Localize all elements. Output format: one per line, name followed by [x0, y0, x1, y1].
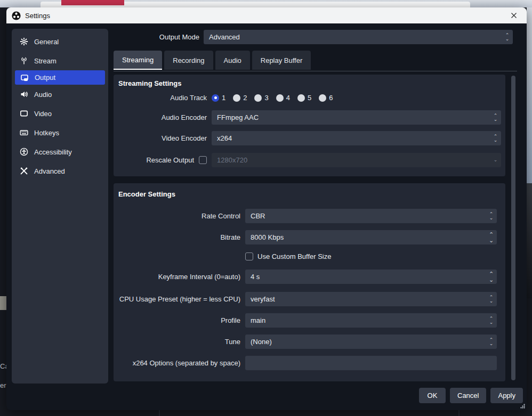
speaker-icon — [20, 90, 28, 99]
rescale-output-checkbox[interactable] — [199, 156, 207, 164]
antenna-icon — [20, 56, 28, 65]
radio-icon[interactable] — [319, 94, 326, 102]
settings-dialog: Settings General — [6, 7, 527, 410]
audio-track-option-5[interactable]: 5 — [297, 94, 311, 102]
radio-label: 6 — [329, 94, 333, 102]
keyframe-interval-label: Keyframe Interval (0=auto) — [114, 273, 245, 281]
accessibility-icon — [20, 148, 28, 156]
audio-encoder-select[interactable]: FFmpeg AAC ⌃⌄ — [212, 110, 501, 125]
gear-icon — [20, 37, 28, 46]
monitor-icon — [20, 109, 28, 118]
rate-control-select[interactable]: CBR ⌃⌄ — [245, 209, 497, 223]
sidebar-item-advanced[interactable]: Advanced — [15, 161, 105, 181]
sidebar-item-general[interactable]: General — [15, 32, 105, 51]
profile-select[interactable]: main ⌃⌄ — [245, 313, 497, 328]
rescale-resolution-select[interactable]: 1280x720 ⌄ — [212, 153, 501, 167]
tab-replay-buffer[interactable]: Replay Buffer — [252, 51, 311, 70]
profile-label: Profile — [114, 316, 245, 324]
content-scrollbar[interactable] — [510, 75, 517, 381]
x264-options-input[interactable] — [245, 356, 497, 370]
desktop-backdrop-right-sky — [527, 7, 532, 183]
encoder-settings-section: Encoder Settings Rate Control CBR ⌃⌄ Bit… — [114, 183, 505, 381]
tab-audio[interactable]: Audio — [215, 51, 250, 70]
sidebar-item-label: Stream — [34, 57, 57, 65]
chevron-up-down-icon: ⌃⌄ — [486, 209, 497, 223]
ok-button[interactable]: OK — [419, 388, 446, 403]
audio-track-option-6[interactable]: 6 — [319, 94, 333, 102]
chevron-up-down-icon: ⌃⌄ — [502, 30, 513, 44]
cpu-preset-row: CPU Usage Preset (higher = less CPU) ver… — [114, 292, 497, 306]
video-encoder-select[interactable]: x264 ⌃⌄ — [212, 131, 501, 145]
audio-track-option-4[interactable]: 4 — [276, 94, 290, 102]
audio-track-option-2[interactable]: 2 — [233, 94, 247, 102]
cancel-button[interactable]: Cancel — [450, 388, 486, 403]
radio-label: 1 — [222, 94, 225, 102]
sidebar-item-accessibility[interactable]: Accessibility — [15, 142, 105, 161]
dialog-footer: OK Cancel Apply — [419, 388, 523, 403]
audio-track-label: Audio Track — [114, 94, 212, 102]
tab-recording[interactable]: Recording — [164, 51, 213, 70]
output-mode-select[interactable]: Advanced ⌃⌄ — [204, 30, 513, 44]
output-tabs: Streaming Recording Audio Replay Buffer — [114, 51, 311, 70]
cpu-preset-select[interactable]: veryfast ⌃⌄ — [245, 292, 497, 306]
sidebar-item-output[interactable]: Output — [15, 70, 105, 85]
tab-label: Recording — [173, 56, 204, 64]
sidebar-item-label: Accessibility — [34, 148, 72, 156]
radio-icon[interactable] — [297, 94, 305, 102]
audio-track-option-3[interactable]: 3 — [254, 94, 268, 102]
streaming-settings-section: Streaming Settings Audio Track 1 2 3 4 5… — [114, 75, 505, 176]
output-settings-content: Output Mode Advanced ⌃⌄ Streaming Record… — [114, 23, 527, 410]
x264-options-label: x264 Options (separated by space) — [114, 359, 245, 367]
sidebar-item-label: Video — [34, 110, 52, 118]
apply-button[interactable]: Apply — [490, 388, 523, 403]
scrollbar-thumb[interactable] — [511, 76, 515, 380]
audio-track-option-1[interactable]: 1 — [212, 94, 225, 102]
video-encoder-row: Video Encoder x264 ⌃⌄ — [114, 131, 501, 145]
settings-sidebar: General Stream Output — [12, 29, 108, 384]
background-red-bar — [61, 0, 124, 5]
output-icon — [20, 74, 29, 82]
tab-label: Audio — [224, 56, 241, 64]
keyframe-interval-spinbox[interactable]: 4 s ⌃⌄ — [245, 270, 497, 284]
close-icon[interactable] — [506, 9, 521, 22]
cpu-preset-value: veryfast — [251, 295, 275, 303]
x264-options-row: x264 Options (separated by space) — [114, 356, 497, 370]
title-bar[interactable]: Settings — [6, 7, 527, 23]
radio-selected-icon[interactable] — [212, 94, 219, 102]
chevron-up-down-icon: ⌃⌄ — [486, 292, 497, 306]
bitrate-label: Bitrate — [114, 233, 245, 241]
radio-label: 3 — [264, 94, 268, 102]
spinner-arrows-icon[interactable]: ⌃⌄ — [486, 230, 497, 244]
tune-select[interactable]: (None) ⌃⌄ — [245, 335, 497, 349]
sidebar-item-label: Advanced — [34, 167, 65, 175]
radio-icon[interactable] — [254, 94, 262, 102]
radio-icon[interactable] — [233, 94, 240, 102]
video-encoder-label: Video Encoder — [114, 134, 212, 142]
rate-control-value: CBR — [251, 212, 265, 220]
sidebar-item-audio[interactable]: Audio — [15, 85, 105, 104]
sidebar-item-label: Audio — [34, 91, 52, 99]
tools-icon — [20, 167, 28, 175]
resize-grip[interactable] — [520, 404, 525, 409]
sidebar-item-label: General — [34, 38, 59, 46]
radio-icon[interactable] — [276, 94, 284, 102]
sidebar-item-stream[interactable]: Stream — [15, 51, 105, 70]
sidebar-item-hotkeys[interactable]: Hotkeys — [15, 123, 105, 142]
spinner-arrows-icon[interactable]: ⌃⌄ — [486, 270, 497, 284]
keyframe-interval-row: Keyframe Interval (0=auto) 4 s ⌃⌄ — [114, 270, 497, 284]
section-title: Encoder Settings — [118, 190, 175, 198]
tune-value: (None) — [251, 338, 272, 346]
obs-logo-icon — [12, 11, 21, 20]
chevron-up-down-icon: ⌃⌄ — [490, 110, 501, 125]
sidebar-item-video[interactable]: Video — [15, 104, 105, 123]
desktop-backdrop-right-photo — [527, 183, 532, 298]
use-custom-buffer-checkbox[interactable] — [245, 252, 253, 260]
radio-label: 2 — [243, 94, 247, 102]
desktop-backdrop-left-photo — [0, 296, 6, 310]
keyboard-icon — [20, 128, 28, 137]
bitrate-spinbox[interactable]: 8000 Kbps ⌃⌄ — [245, 230, 497, 244]
tab-streaming[interactable]: Streaming — [114, 51, 162, 70]
chevron-up-down-icon: ⌃⌄ — [486, 335, 497, 349]
bitrate-value: 8000 Kbps — [251, 233, 284, 241]
background-divider — [458, 410, 460, 416]
